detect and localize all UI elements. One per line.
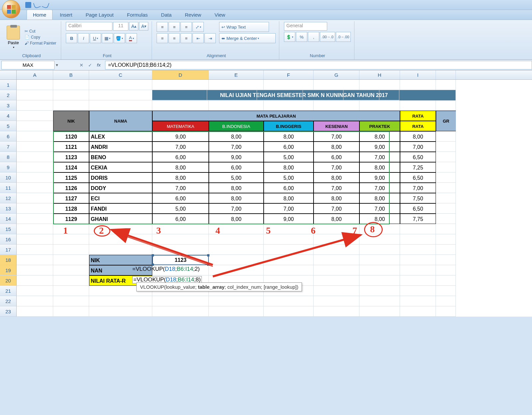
cell-I17[interactable] xyxy=(400,245,436,255)
col-header-E[interactable]: E xyxy=(209,70,264,79)
cell-E14[interactable]: 8,00 xyxy=(209,214,264,224)
cell-H16[interactable] xyxy=(359,234,400,245)
tab-insert[interactable]: Insert xyxy=(54,10,78,20)
cell-undefined22[interactable] xyxy=(436,296,456,306)
row-header-3[interactable]: 3 xyxy=(0,100,17,111)
cell-G22[interactable] xyxy=(314,296,359,306)
cell-D1[interactable] xyxy=(152,80,209,90)
cell-E15[interactable] xyxy=(209,224,264,234)
cell-C23[interactable] xyxy=(89,306,152,317)
cell-C1[interactable] xyxy=(89,80,152,90)
cell-F16[interactable] xyxy=(264,234,314,245)
row-header-6[interactable]: 6 xyxy=(0,131,17,142)
cell-G7[interactable]: 8,00 xyxy=(314,142,359,152)
cell-D12[interactable]: 6,00 xyxy=(152,193,209,203)
cell-F22[interactable] xyxy=(264,296,314,306)
cell-B22[interactable] xyxy=(53,296,89,306)
cell-C13[interactable]: FANDI xyxy=(89,203,152,214)
cell-E22[interactable] xyxy=(209,296,264,306)
accounting-format-button[interactable]: 💲▾ xyxy=(284,32,295,42)
cell-D14[interactable]: 6,00 xyxy=(152,214,209,224)
cell-E1[interactable] xyxy=(209,80,264,90)
cell-B9[interactable]: 1124 xyxy=(53,162,89,172)
cell-A23[interactable] xyxy=(17,306,53,317)
name-box-dropdown-icon[interactable]: ▾ xyxy=(56,62,62,67)
cell-A21[interactable] xyxy=(17,286,53,296)
cell-D22[interactable] xyxy=(152,296,209,306)
col-header-C[interactable]: C xyxy=(89,70,152,79)
cell-H1[interactable] xyxy=(359,80,400,90)
cell-A22[interactable] xyxy=(17,296,53,306)
cell-C21[interactable] xyxy=(89,286,152,296)
cell-H7[interactable]: 9,00 xyxy=(359,142,400,152)
cell-I21[interactable] xyxy=(400,286,436,296)
cell-F21[interactable] xyxy=(264,286,314,296)
align-left-button[interactable]: ≡ xyxy=(157,33,168,43)
cell-A18[interactable] xyxy=(17,255,53,265)
cell-H10[interactable]: 9,00 xyxy=(359,172,400,183)
cell-C17[interactable] xyxy=(89,245,152,255)
cell-I23[interactable] xyxy=(400,306,436,317)
cell-I12[interactable]: 7,50 xyxy=(400,193,436,203)
cell-G6[interactable]: 7,00 xyxy=(314,131,359,142)
cell-undefined8[interactable] xyxy=(436,152,456,162)
orientation-button[interactable]: ⤢▾ xyxy=(193,22,204,32)
fill-color-button[interactable]: 🪣▾ xyxy=(114,33,125,43)
cell-undefined17[interactable] xyxy=(436,245,456,255)
cell-I3[interactable] xyxy=(400,100,436,111)
col-header-I[interactable]: I xyxy=(400,70,436,79)
cell-F7[interactable]: 6,00 xyxy=(264,142,314,152)
cell-I6[interactable]: 8,00 xyxy=(400,131,436,142)
cell-D8[interactable]: 6,00 xyxy=(152,152,209,162)
cell-B18[interactable] xyxy=(53,255,89,265)
cell-F8[interactable]: 5,00 xyxy=(264,152,314,162)
cell-undefined11[interactable] xyxy=(436,183,456,193)
col-header-D[interactable]: D xyxy=(152,70,209,79)
cell-E12[interactable]: 8,00 xyxy=(209,193,264,203)
copy-button[interactable]: 📄Copy xyxy=(23,35,58,40)
cell-E16[interactable] xyxy=(209,234,264,245)
cell-undefined6[interactable] xyxy=(436,131,456,142)
cell-E6[interactable]: 8,00 xyxy=(209,131,264,142)
cell-H22[interactable] xyxy=(359,296,400,306)
paste-button[interactable]: Paste ▾ xyxy=(5,24,21,50)
cell-E17[interactable] xyxy=(209,245,264,255)
cell-F18[interactable] xyxy=(264,255,314,265)
col-header-H[interactable]: H xyxy=(359,70,400,79)
cell-C8[interactable]: BENO xyxy=(89,152,152,162)
cell-F2[interactable] xyxy=(207,90,257,100)
comma-button[interactable]: , xyxy=(308,32,319,42)
row-header-12[interactable]: 12 xyxy=(0,193,17,203)
cell-G20[interactable] xyxy=(314,275,359,286)
cell-A8[interactable] xyxy=(17,152,53,162)
format-painter-button[interactable]: 🖌Format Painter xyxy=(23,41,58,46)
row-header-2[interactable]: 2 xyxy=(0,90,17,100)
cell-F19[interactable] xyxy=(264,265,314,275)
col-header-A[interactable]: A xyxy=(17,70,53,79)
cell-G21[interactable] xyxy=(314,286,359,296)
align-center-button[interactable]: ≡ xyxy=(169,33,180,43)
cell-B1[interactable] xyxy=(53,80,89,90)
cell-D6[interactable]: 9,00 xyxy=(152,131,209,142)
cell-H13[interactable]: 7,00 xyxy=(359,203,400,214)
cell-F17[interactable] xyxy=(264,245,314,255)
cell-G10[interactable]: 8,00 xyxy=(314,172,359,183)
cell-G15[interactable] xyxy=(314,224,359,234)
cell-B20[interactable] xyxy=(53,275,89,286)
cell-B23[interactable] xyxy=(53,306,89,317)
cell-G23[interactable] xyxy=(314,306,359,317)
row-header-11[interactable]: 11 xyxy=(0,183,17,193)
cell-F15[interactable] xyxy=(264,224,314,234)
cell-A6[interactable] xyxy=(17,131,53,142)
cell-A3[interactable] xyxy=(17,100,53,111)
row-header-18[interactable]: 18 xyxy=(0,255,17,265)
cell-I1[interactable] xyxy=(400,80,436,90)
cell-G16[interactable] xyxy=(314,234,359,245)
redo-icon[interactable] xyxy=(42,1,49,9)
save-icon[interactable] xyxy=(25,2,31,8)
cell-H14[interactable]: 8,00 xyxy=(359,214,400,224)
font-size-select[interactable]: 11 xyxy=(113,22,128,31)
cell-C11[interactable]: DODY xyxy=(89,183,152,193)
cell-H20[interactable] xyxy=(359,275,400,286)
cell-F13[interactable]: 7,00 xyxy=(264,203,314,214)
